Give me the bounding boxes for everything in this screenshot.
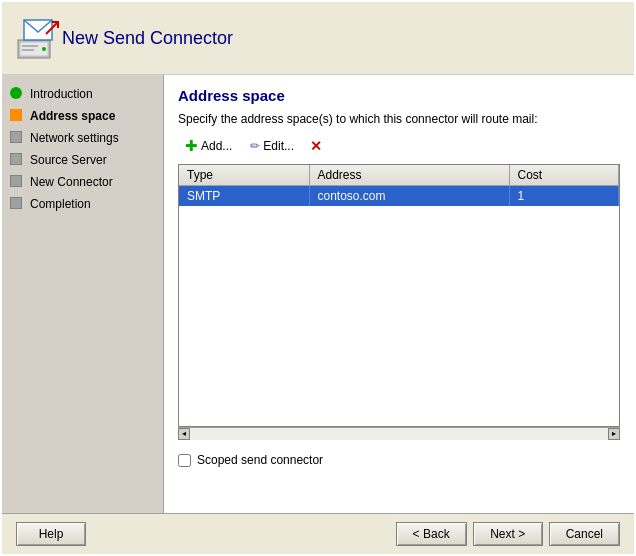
sidebar-label-address-space: Address space: [30, 109, 115, 123]
help-button[interactable]: Help: [16, 522, 86, 546]
back-button[interactable]: < Back: [396, 522, 467, 546]
introduction-icon: [10, 87, 24, 101]
sidebar-item-completion[interactable]: Completion: [2, 193, 163, 215]
new-connector-icon: [10, 175, 24, 189]
footer-right: < Back Next > Cancel: [396, 522, 620, 546]
sidebar-label-completion: Completion: [30, 197, 91, 211]
add-icon: ✚: [185, 137, 198, 155]
next-button[interactable]: Next >: [473, 522, 543, 546]
table-empty-area: [179, 206, 619, 426]
scoped-label[interactable]: Scoped send connector: [197, 453, 323, 467]
cell-type: SMTP: [179, 186, 309, 207]
svg-rect-4: [22, 49, 34, 51]
sidebar: Introduction Address space Network setti…: [2, 75, 164, 513]
sidebar-label-introduction: Introduction: [30, 87, 93, 101]
completion-icon: [10, 197, 24, 211]
address-table-container: Type Address Cost SMTP contoso.com 1: [178, 164, 620, 427]
delete-icon: ✕: [310, 138, 322, 154]
footer-left: Help: [16, 522, 390, 546]
add-label: Add...: [201, 139, 232, 153]
sidebar-label-network-settings: Network settings: [30, 131, 119, 145]
dialog-header: New Send Connector: [2, 2, 634, 75]
delete-button[interactable]: ✕: [305, 135, 327, 157]
scoped-checkbox[interactable]: [178, 454, 191, 467]
sidebar-label-source-server: Source Server: [30, 153, 107, 167]
table-header-row: Type Address Cost: [179, 165, 619, 186]
dialog-title: New Send Connector: [62, 28, 233, 49]
description: Specify the address space(s) to which th…: [178, 112, 620, 126]
add-button[interactable]: ✚ Add...: [178, 134, 239, 158]
table-row[interactable]: SMTP contoso.com 1: [179, 186, 619, 207]
address-table: Type Address Cost SMTP contoso.com 1: [179, 165, 619, 206]
sidebar-label-new-connector: New Connector: [30, 175, 113, 189]
send-connector-icon: [14, 14, 62, 62]
sidebar-item-introduction[interactable]: Introduction: [2, 83, 163, 105]
edit-button[interactable]: ✏ Edit...: [243, 136, 301, 156]
address-space-icon: [10, 109, 24, 123]
svg-rect-3: [22, 45, 38, 47]
sidebar-item-source-server[interactable]: Source Server: [2, 149, 163, 171]
cancel-button[interactable]: Cancel: [549, 522, 620, 546]
dialog-footer: Help < Back Next > Cancel: [2, 513, 634, 554]
scroll-left-arrow[interactable]: ◂: [178, 428, 190, 440]
sidebar-item-new-connector[interactable]: New Connector: [2, 171, 163, 193]
col-cost: Cost: [509, 165, 619, 186]
sidebar-item-network-settings[interactable]: Network settings: [2, 127, 163, 149]
cell-cost: 1: [509, 186, 619, 207]
scroll-track[interactable]: [190, 428, 608, 440]
scroll-right-arrow[interactable]: ▸: [608, 428, 620, 440]
edit-label: Edit...: [263, 139, 294, 153]
col-type: Type: [179, 165, 309, 186]
col-address: Address: [309, 165, 509, 186]
sidebar-item-address-space[interactable]: Address space: [2, 105, 163, 127]
section-title: Address space: [178, 87, 620, 104]
network-settings-icon: [10, 131, 24, 145]
dialog-body: Introduction Address space Network setti…: [2, 75, 634, 513]
source-server-icon: [10, 153, 24, 167]
scoped-connector-row: Scoped send connector: [178, 449, 620, 471]
edit-icon: ✏: [250, 139, 260, 153]
dialog: New Send Connector Introduction Address …: [0, 0, 636, 556]
horizontal-scrollbar[interactable]: ◂ ▸: [178, 427, 620, 439]
cell-address: contoso.com: [309, 186, 509, 207]
svg-point-2: [42, 47, 46, 51]
main-content: Address space Specify the address space(…: [164, 75, 634, 513]
toolbar: ✚ Add... ✏ Edit... ✕: [178, 134, 620, 158]
